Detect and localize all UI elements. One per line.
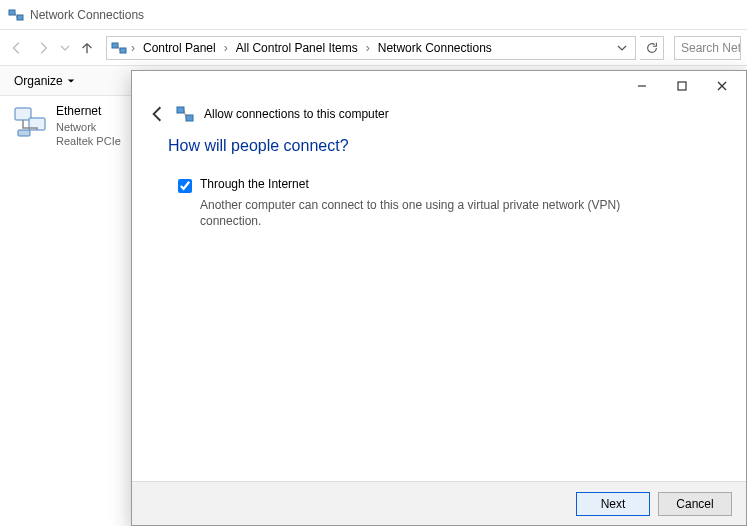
forward-button[interactable] — [32, 37, 54, 59]
minimize-button[interactable] — [622, 73, 662, 99]
option-label: Through the Internet — [200, 177, 309, 191]
connection-text: Ethernet Network Realtek PCIe — [56, 104, 121, 148]
chevron-right-icon[interactable]: › — [129, 41, 137, 55]
address-bar[interactable]: › Control Panel › All Control Panel Item… — [106, 36, 636, 60]
svg-rect-7 — [678, 82, 686, 90]
wizard-back-button[interactable] — [148, 105, 166, 123]
svg-rect-1 — [17, 15, 23, 20]
refresh-button[interactable] — [640, 36, 664, 60]
network-connections-icon — [8, 7, 24, 23]
connection-status: Network — [56, 120, 121, 134]
breadcrumb-item[interactable]: Network Connections — [374, 39, 496, 57]
through-internet-checkbox[interactable] — [178, 179, 192, 193]
close-button[interactable] — [702, 73, 742, 99]
network-wizard-icon — [176, 105, 194, 123]
address-dropdown[interactable] — [613, 43, 631, 53]
organize-menu[interactable]: Organize — [8, 72, 81, 90]
dialog-titlebar — [132, 71, 746, 101]
wizard-dialog: Allow connections to this computer How w… — [131, 70, 747, 526]
back-button[interactable] — [6, 37, 28, 59]
svg-rect-8 — [177, 107, 184, 113]
connection-name: Ethernet — [56, 104, 121, 120]
maximize-button[interactable] — [662, 73, 702, 99]
dialog-header-text: Allow connections to this computer — [204, 107, 389, 121]
ethernet-icon — [12, 104, 48, 140]
search-placeholder: Search Netw — [681, 41, 741, 55]
svg-rect-2 — [112, 43, 118, 48]
svg-rect-4 — [15, 108, 31, 120]
chevron-right-icon[interactable]: › — [222, 41, 230, 55]
breadcrumb-item[interactable]: Control Panel — [139, 39, 220, 57]
option-description: Another computer can connect to this one… — [200, 197, 660, 229]
organize-label: Organize — [14, 74, 63, 88]
svg-rect-0 — [9, 10, 15, 15]
option-through-internet[interactable]: Through the Internet — [178, 177, 710, 193]
dialog-footer: Next Cancel — [132, 481, 746, 525]
svg-rect-6 — [18, 130, 30, 136]
svg-rect-9 — [186, 115, 193, 121]
chevron-down-icon — [67, 77, 75, 85]
chevron-right-icon[interactable]: › — [364, 41, 372, 55]
window-title: Network Connections — [30, 8, 144, 22]
next-button[interactable]: Next — [576, 492, 650, 516]
svg-rect-3 — [120, 48, 126, 53]
connection-adapter: Realtek PCIe — [56, 134, 121, 148]
dialog-header: Allow connections to this computer — [132, 101, 746, 137]
search-input[interactable]: Search Netw — [674, 36, 741, 60]
dialog-heading: How will people connect? — [168, 137, 710, 155]
navbar: › Control Panel › All Control Panel Item… — [0, 30, 747, 66]
recent-dropdown[interactable] — [58, 37, 72, 59]
dialog-body: How will people connect? Through the Int… — [132, 137, 746, 481]
network-connections-icon — [111, 40, 127, 56]
titlebar: Network Connections — [0, 0, 747, 30]
breadcrumb-item[interactable]: All Control Panel Items — [232, 39, 362, 57]
cancel-button[interactable]: Cancel — [658, 492, 732, 516]
up-button[interactable] — [76, 37, 98, 59]
